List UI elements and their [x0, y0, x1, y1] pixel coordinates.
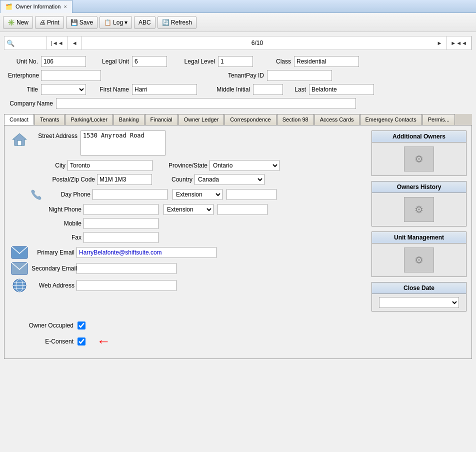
spell-check-button[interactable]: ABC: [134, 16, 156, 29]
province-select[interactable]: Ontario British Columbia Quebec Alberta: [210, 160, 280, 171]
mobile-input[interactable]: [84, 218, 158, 229]
spellcheck-icon: ABC: [138, 19, 151, 26]
search-input[interactable]: [14, 36, 44, 50]
dayphone-ext-select[interactable]: Extension: [172, 189, 222, 200]
last-input[interactable]: [309, 84, 374, 95]
log-icon: 📋: [104, 19, 112, 26]
country-label: Country: [160, 176, 192, 183]
tab-parking-locker[interactable]: Parking/Locker: [65, 114, 112, 125]
refresh-button[interactable]: 🔄 Refresh: [158, 16, 196, 29]
log-label: Log: [113, 19, 123, 26]
tab-permis[interactable]: Permis...: [422, 114, 455, 125]
econsent-label: E-Consent: [14, 338, 74, 345]
owners-history-body[interactable]: ⚙: [372, 193, 466, 226]
tabs-container: Contact Tenants Parking/Locker Banking F…: [4, 114, 472, 359]
tabs-bar: Contact Tenants Parking/Locker Banking F…: [4, 114, 472, 126]
form-row-unit: Unit No. 106 Legal Unit Legal Level Clas…: [8, 56, 468, 67]
nav-last-button[interactable]: ►◄◄: [446, 36, 472, 50]
owners-history-image: ⚙: [404, 197, 434, 222]
unit-no-input[interactable]: 106: [41, 56, 86, 67]
tab-contact[interactable]: Contact: [4, 114, 34, 125]
company-label: Company Name: [8, 100, 53, 107]
tab-content-contact: Street Address 1530 Anyroad Road City Pr…: [4, 126, 472, 359]
title-tab[interactable]: 🗂️ Owner Information ×: [0, 0, 72, 13]
contact-layout: Street Address 1530 Anyroad Road City Pr…: [10, 130, 466, 312]
tab-section98[interactable]: Section 98: [277, 114, 314, 125]
firstname-input[interactable]: [132, 84, 197, 95]
tab-tenants[interactable]: Tenants: [34, 114, 65, 125]
tab-owner-ledger[interactable]: Owner Ledger: [178, 114, 224, 125]
dayphone-ext-input[interactable]: [226, 189, 276, 200]
secondary-email-row: Secondary Email: [10, 262, 366, 275]
tab-access-cards[interactable]: Access Cards: [314, 114, 360, 125]
tenantpay-input[interactable]: [267, 70, 332, 81]
address-group: Street Address 1530 Anyroad Road: [10, 130, 366, 157]
secondary-email-input[interactable]: [76, 263, 176, 274]
new-button[interactable]: ✳️ New: [3, 16, 33, 29]
tab-correspondence[interactable]: Correspondence: [224, 114, 276, 125]
class-label: Class: [271, 58, 291, 65]
mobile-label: Mobile: [48, 220, 82, 227]
middle-input[interactable]: [253, 84, 283, 95]
tab-banking[interactable]: Banking: [114, 114, 144, 125]
nightphone-ext-input[interactable]: [218, 204, 268, 215]
save-label: Save: [80, 19, 93, 26]
form-row-name: Title Mr. Mrs. Ms. Dr. First Name Middle…: [8, 84, 468, 95]
log-button[interactable]: 📋 Log ▾: [100, 16, 132, 29]
dayphone-input[interactable]: [92, 189, 168, 200]
close-tab-button[interactable]: ×: [64, 4, 66, 10]
fax-input[interactable]: [84, 232, 158, 243]
tab-emergency-contacts[interactable]: Emergency Contacts: [360, 114, 422, 125]
nav-next-button[interactable]: ►: [432, 36, 446, 50]
street-address-input[interactable]: 1530 Anyroad Road: [80, 130, 166, 156]
refresh-label: Refresh: [171, 19, 192, 26]
dayphone-label: Day Phone: [56, 191, 90, 198]
nightphone-input[interactable]: [84, 204, 158, 215]
owner-occupied-label: Owner Occupied: [14, 322, 74, 329]
main-content: 🔍 |◄◄ ◄ 6/10 ► ►◄◄ Unit No. 106 Legal Un…: [0, 32, 476, 363]
company-input[interactable]: [56, 98, 356, 109]
tab-financial[interactable]: Financial: [145, 114, 178, 125]
country-select[interactable]: Canada USA: [194, 174, 264, 185]
web-row: Web Address: [10, 278, 366, 293]
print-button[interactable]: 🖨 Print: [35, 16, 64, 29]
unit-management-panel: Unit Management ⚙: [372, 232, 466, 277]
city-input[interactable]: [68, 160, 152, 171]
additional-owners-body[interactable]: ⚙: [372, 142, 466, 176]
email-icon: [10, 246, 30, 259]
search-icon: 🔍: [6, 40, 14, 47]
unit-management-title: Unit Management: [372, 232, 466, 244]
log-dropdown-icon: ▾: [124, 19, 128, 26]
nightphone-ext-select[interactable]: Extension: [164, 204, 214, 215]
postal-input[interactable]: [97, 174, 152, 185]
unit-management-body[interactable]: ⚙: [372, 244, 466, 276]
class-input[interactable]: [294, 56, 359, 67]
title-tab-icon: 🗂️: [6, 4, 12, 10]
save-button[interactable]: 💾 Save: [66, 16, 98, 29]
secondary-email-icon: [10, 262, 30, 275]
primary-email-row: Primary Email: [10, 246, 366, 259]
refresh-icon: 🔄: [162, 19, 170, 26]
firstname-label: First Name: [94, 86, 129, 93]
primary-email-input[interactable]: [76, 247, 216, 258]
close-date-select[interactable]: [379, 297, 459, 308]
title-select[interactable]: Mr. Mrs. Ms. Dr.: [41, 84, 86, 95]
toolbar: ✳️ New 🖨 Print 💾 Save 📋 Log ▾ ABC 🔄 Refr…: [0, 13, 476, 32]
owners-history-panel: Owners History ⚙: [372, 181, 466, 226]
econsent-row: E-Consent ←: [14, 334, 466, 350]
enterphone-input[interactable]: [41, 70, 101, 81]
nav-first-button[interactable]: |◄◄: [47, 36, 68, 50]
title-bar: 🗂️ Owner Information ×: [0, 0, 476, 13]
enterphone-label: Enterphone: [8, 72, 38, 79]
nav-prev-button[interactable]: ◄: [68, 36, 82, 50]
econsent-checkbox[interactable]: [78, 338, 86, 346]
fax-row: Fax: [48, 232, 366, 243]
additional-owners-panel: Additional Owners ⚙: [372, 130, 466, 176]
title-label: Title: [8, 86, 38, 93]
owner-occupied-checkbox[interactable]: [78, 322, 86, 330]
legal-level-input[interactable]: [218, 56, 253, 67]
legal-unit-input[interactable]: [132, 56, 167, 67]
form-row-company: Company Name: [8, 98, 468, 109]
web-input[interactable]: [76, 280, 176, 291]
tenantpay-label: TenantPay ID: [204, 72, 264, 79]
